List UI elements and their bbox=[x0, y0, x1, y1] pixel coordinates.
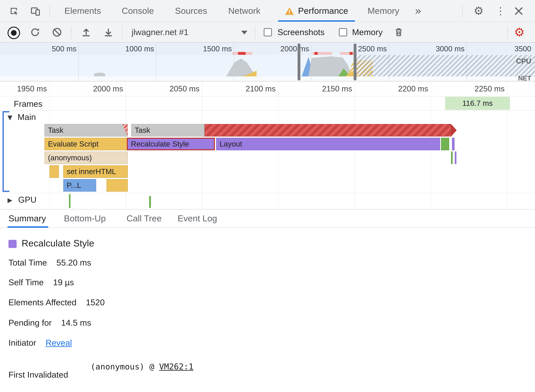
tab-elements[interactable]: Elements bbox=[64, 0, 101, 22]
flame-chart-area[interactable]: 1950 ms 2000 ms 2050 ms 2100 ms 2150 ms … bbox=[0, 82, 535, 209]
tab-call-tree[interactable]: Call Tree bbox=[127, 210, 162, 228]
gpu-activity-mark[interactable] bbox=[149, 196, 151, 208]
record-button[interactable] bbox=[8, 27, 20, 39]
gpu-track-label: GPU bbox=[18, 195, 37, 205]
stat-label: Pending for bbox=[9, 318, 52, 327]
gridline-vertical bbox=[78, 42, 79, 81]
customize-menu-button[interactable]: ⋮ bbox=[496, 5, 505, 17]
gpu-activity-mark[interactable] bbox=[69, 194, 70, 208]
devtools-performance-panel: Elements Console Sources Network Perform… bbox=[0, 0, 535, 392]
summary-title: Recalculate Style bbox=[22, 238, 94, 249]
chevron-down-icon[interactable] bbox=[241, 31, 248, 34]
clear-icon bbox=[52, 27, 62, 37]
frames-separator bbox=[0, 110, 535, 111]
long-task-marker-red bbox=[314, 52, 318, 55]
overview-tick-500: 500 ms bbox=[39, 44, 76, 53]
screenshots-checkbox-label[interactable]: Screenshots bbox=[277, 28, 324, 37]
flame-bar-script-small[interactable] bbox=[50, 165, 59, 178]
inspect-icon[interactable] bbox=[8, 5, 19, 17]
main-track-expander[interactable]: ▼ bbox=[8, 114, 12, 121]
gpu-track-expander[interactable]: ▶ bbox=[8, 196, 12, 204]
event-color-legend bbox=[9, 240, 17, 248]
stat-label: Self Time bbox=[9, 278, 44, 287]
toolbar-divider bbox=[507, 27, 508, 38]
long-task-marker-red bbox=[238, 52, 246, 55]
tab-summary[interactable]: Summary bbox=[9, 210, 46, 228]
ruler-tick-2000: 2000 ms bbox=[85, 84, 123, 93]
stat-label: First Invalidated bbox=[9, 370, 68, 379]
initiator-reveal-link[interactable]: Reveal bbox=[46, 338, 72, 348]
flame-bar-long-task-hatch[interactable] bbox=[205, 124, 451, 136]
summary-header: Recalculate Style bbox=[9, 238, 94, 249]
flame-bar-parse-html[interactable]: P...L bbox=[63, 179, 96, 192]
stat-label: Elements Affected bbox=[9, 298, 76, 307]
details-tab-bar: Summary Bottom-Up Call Tree Event Log bbox=[0, 209, 535, 228]
screenshots-checkbox[interactable] bbox=[264, 28, 272, 36]
stat-elements-affected: Elements Affected1520 bbox=[9, 298, 105, 308]
memory-checkbox-label[interactable]: Memory bbox=[352, 28, 383, 37]
flame-bar-task[interactable]: Task bbox=[44, 124, 128, 136]
stat-total-time: Total Time55.20 ms bbox=[9, 258, 91, 268]
cpu-activity-blob bbox=[94, 73, 105, 76]
flame-bar-set-innerhtml[interactable]: set innerHTML bbox=[63, 165, 128, 178]
tab-performance-label: Performance bbox=[298, 6, 348, 16]
tab-elements-label: Elements bbox=[64, 6, 101, 16]
settings-button[interactable]: ⚙ bbox=[473, 5, 485, 17]
selection-handle-left[interactable] bbox=[298, 43, 300, 80]
more-tabs-button[interactable]: » bbox=[415, 0, 422, 22]
stat-value: 55.20 ms bbox=[56, 258, 91, 267]
clear-recording-button[interactable] bbox=[52, 27, 62, 37]
tab-network-label: Network bbox=[228, 6, 260, 16]
flame-bar-label: P...L bbox=[67, 181, 81, 189]
long-task-marker-red bbox=[350, 52, 353, 55]
reload-icon bbox=[30, 27, 40, 37]
flame-bar-script-small[interactable] bbox=[107, 179, 128, 192]
main-track-bracket-cap-bottom bbox=[3, 191, 9, 192]
stat-value: 19 µs bbox=[53, 278, 74, 287]
flame-bar-label: set innerHTML bbox=[67, 167, 116, 176]
stat-initiator: InitiatorReveal bbox=[9, 338, 72, 348]
flame-bar-paint-sliver[interactable] bbox=[451, 152, 453, 164]
close-devtools-button[interactable]: × bbox=[512, 4, 526, 18]
selection-handle-right[interactable] bbox=[354, 43, 357, 80]
tab-performance[interactable]: Performance bbox=[278, 0, 355, 22]
memory-checkbox[interactable] bbox=[339, 28, 347, 36]
capture-settings-button[interactable]: ⚙ bbox=[513, 26, 526, 38]
first-invalidated-label: First Invalidated bbox=[9, 370, 68, 380]
flame-bar-style-sliver[interactable] bbox=[452, 138, 455, 150]
reload-and-record-button[interactable] bbox=[30, 27, 40, 37]
long-task-arrow-icon bbox=[451, 124, 457, 136]
tab-bottom-up[interactable]: Bottom-Up bbox=[64, 210, 106, 228]
toolbar-divider bbox=[122, 27, 122, 38]
flame-bar-evaluate-script[interactable]: Evaluate Script bbox=[44, 138, 128, 150]
save-profile-button[interactable] bbox=[103, 27, 114, 38]
cpu-unprocessed-hatch bbox=[355, 55, 535, 76]
stat-pending-for: Pending for14.5 ms bbox=[9, 318, 91, 328]
three-dot-menu-icon: ⋮ bbox=[496, 6, 506, 16]
flame-bar-task-label: Task bbox=[48, 126, 63, 134]
profile-select[interactable]: jlwagner.net #1 bbox=[131, 28, 188, 37]
tab-sources[interactable]: Sources bbox=[175, 0, 207, 22]
flame-bar-anonymous[interactable]: (anonymous) bbox=[44, 152, 128, 164]
flame-bar-task[interactable]: Task bbox=[131, 124, 205, 136]
tab-network[interactable]: Network bbox=[228, 0, 260, 22]
flame-bar-style-sliver[interactable] bbox=[455, 152, 456, 164]
load-profile-button[interactable] bbox=[80, 27, 92, 38]
tab-memory[interactable]: Memory bbox=[368, 0, 399, 22]
device-toolbar-icon[interactable] bbox=[29, 5, 41, 17]
flame-bar-label: Evaluate Script bbox=[48, 140, 99, 148]
source-location-link[interactable]: VM262:1 bbox=[159, 362, 193, 371]
flame-bar-recalculate-style-selected[interactable]: Recalculate Style bbox=[127, 138, 215, 150]
clear-button[interactable] bbox=[394, 27, 404, 37]
timeline-overview[interactable]: 500 ms 1000 ms 1500 ms 2000 ms 2500 ms 3… bbox=[0, 42, 535, 81]
net-strip-label: NET bbox=[518, 75, 531, 81]
tab-event-log[interactable]: Event Log bbox=[178, 210, 217, 228]
flame-bar-layout[interactable]: Layout bbox=[216, 138, 440, 150]
ruler-tick-2200: 2200 ms bbox=[391, 84, 428, 93]
flame-bar-paint[interactable] bbox=[441, 138, 449, 150]
upload-icon bbox=[80, 27, 92, 38]
frame-duration-chip[interactable]: 116.7 ms bbox=[445, 97, 510, 110]
close-icon: × bbox=[513, 4, 525, 18]
stack-frame-text: (anonymous) @ bbox=[90, 362, 159, 371]
tab-console[interactable]: Console bbox=[122, 0, 154, 22]
